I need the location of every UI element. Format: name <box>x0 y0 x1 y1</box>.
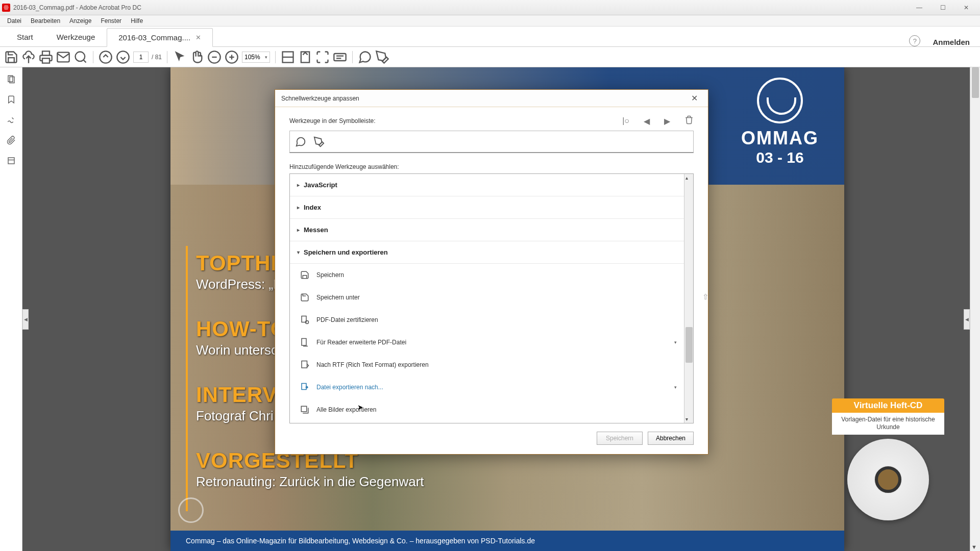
help-icon[interactable]: ? <box>909 35 920 46</box>
dialog-close-icon[interactable]: ✕ <box>687 91 702 105</box>
svg-rect-23 <box>302 339 306 346</box>
selection-tool-icon[interactable] <box>173 50 187 64</box>
thumbnails-icon[interactable] <box>7 74 16 84</box>
item-datei-exportieren-nach[interactable]: Datei exportieren nach... ▾ <box>290 376 684 398</box>
scroll-up-icon[interactable]: ▴ <box>685 175 688 181</box>
delete-icon[interactable] <box>684 115 694 127</box>
menu-anzeige[interactable]: Anzeige <box>65 16 95 26</box>
menu-datei[interactable]: Datei <box>3 16 26 26</box>
insert-separator-icon[interactable]: |○ <box>622 116 629 126</box>
cd-disc-icon <box>847 439 929 520</box>
page-up-icon[interactable] <box>99 50 113 64</box>
cd-subtitle: Vorlagen-Datei für eine historische Urku… <box>832 413 944 435</box>
page-number-input[interactable] <box>133 52 149 63</box>
move-left-icon[interactable]: ◀ <box>644 116 650 126</box>
left-nav-rail <box>0 67 22 551</box>
maximize-button[interactable]: ☐ <box>931 0 954 15</box>
item-alle-bilder-exportieren[interactable]: Alle Bilder exportieren <box>290 398 684 421</box>
search-icon[interactable] <box>74 50 88 64</box>
save-icon[interactable] <box>4 50 18 64</box>
export-file-icon <box>300 383 309 392</box>
scroll-thumb[interactable] <box>972 67 979 98</box>
item-pdf-zertifizieren[interactable]: PDF-Datei zertifizieren <box>290 309 684 331</box>
menu-bearbeiten[interactable]: Bearbeiten <box>27 16 64 26</box>
tab-werkzeuge[interactable]: Werkzeuge <box>45 28 107 46</box>
category-speichern-exportieren[interactable]: ▾Speichern und exportieren <box>290 241 684 264</box>
certify-icon <box>300 315 309 324</box>
zoom-out-icon[interactable] <box>207 50 222 64</box>
minimize-button[interactable]: — <box>908 0 931 15</box>
logo-subtitle: 03 - 16 <box>741 149 819 166</box>
mail-icon[interactable] <box>56 50 70 64</box>
current-tools-strip[interactable] <box>289 131 694 153</box>
read-mode-icon[interactable] <box>333 50 347 64</box>
menu-fenster[interactable]: Fenster <box>96 16 126 26</box>
save-button[interactable]: Speichern <box>597 432 643 445</box>
comment-tool-icon[interactable] <box>295 136 306 147</box>
scroll-thumb[interactable] <box>685 327 693 363</box>
item-reader-erweitert[interactable]: Für Reader erweiterte PDF-Datei ▾ <box>290 331 684 354</box>
close-window-button[interactable]: ✕ <box>954 0 978 15</box>
move-right-icon[interactable]: ▶ <box>664 116 670 126</box>
item-speichern[interactable]: Speichern <box>290 264 684 286</box>
svg-point-2 <box>76 52 85 61</box>
submenu-arrow-icon: ▾ <box>674 340 677 345</box>
item-rtf-export[interactable]: Nach RTF (Rich Text Format) exportieren <box>290 354 684 376</box>
vertical-scrollbar[interactable]: ▲ ▼ <box>970 67 980 551</box>
comment-icon[interactable] <box>358 50 372 64</box>
page-down-icon[interactable] <box>116 50 130 64</box>
expand-right-icon[interactable]: ◀ <box>964 309 970 330</box>
zoom-select[interactable]: 105% <box>242 52 270 63</box>
svg-line-3 <box>83 60 86 62</box>
hand-tool-icon[interactable] <box>190 50 204 64</box>
page-total-label: / 81 <box>152 54 162 61</box>
scroll-down-icon[interactable]: ▼ <box>971 544 977 550</box>
rtf-export-icon <box>300 360 309 369</box>
toolbar-tools-label: Werkzeuge in der Symbolleiste: <box>289 117 376 124</box>
highlight-icon[interactable] <box>375 50 389 64</box>
print-icon[interactable] <box>39 50 53 64</box>
svg-point-5 <box>117 51 129 63</box>
collapse-left-icon[interactable]: ◀ <box>22 309 29 330</box>
main-toolbar: / 81 105% <box>0 47 980 67</box>
svg-rect-14 <box>334 54 346 61</box>
watermark-icon <box>176 495 206 525</box>
scroll-down-icon[interactable]: ▾ <box>685 416 688 422</box>
window-title: 2016-03_Commag.pdf - Adobe Acrobat Pro D… <box>13 4 908 11</box>
save-as-icon <box>300 293 309 302</box>
signin-link[interactable]: Anmelden <box>927 38 975 46</box>
fit-width-icon[interactable] <box>281 50 295 64</box>
layers-icon[interactable] <box>7 156 16 165</box>
cd-title: Virtuelle Heft-CD <box>832 398 944 413</box>
save-icon <box>300 270 309 280</box>
add-to-toolbar-icon[interactable]: ⇧ <box>702 292 715 305</box>
tab-document[interactable]: 2016-03_Commag.... ✕ <box>107 28 213 47</box>
signatures-icon[interactable] <box>7 115 16 124</box>
tab-start[interactable]: Start <box>5 28 45 46</box>
cloud-icon[interactable] <box>21 50 36 64</box>
attachments-icon[interactable] <box>7 136 16 145</box>
zoom-in-icon[interactable] <box>225 50 239 64</box>
section-sub: Retronauting: Zurück in die Gegenwart <box>196 474 424 490</box>
tab-close-icon[interactable]: ✕ <box>195 34 201 41</box>
list-scrollbar[interactable]: ▴ ▾ <box>684 174 693 423</box>
cancel-button[interactable]: Abbrechen <box>648 432 694 445</box>
app-icon <box>2 4 10 12</box>
category-javascript[interactable]: ▸JavaScript <box>290 174 684 196</box>
menu-hilfe[interactable]: Hilfe <box>127 16 147 26</box>
category-messen[interactable]: ▸Messen <box>290 219 684 241</box>
fullscreen-icon[interactable] <box>315 50 330 64</box>
svg-rect-24 <box>302 361 307 368</box>
tab-bar: Start Werkzeuge 2016-03_Commag.... ✕ ? A… <box>0 27 980 47</box>
svg-rect-13 <box>301 52 309 62</box>
highlight-tool-icon[interactable] <box>313 136 325 147</box>
submenu-arrow-icon: ▾ <box>674 385 677 390</box>
item-speichern-unter[interactable]: Speichern unter <box>290 286 684 309</box>
export-images-icon <box>300 405 309 414</box>
category-index[interactable]: ▸Index <box>290 196 684 219</box>
fit-page-icon[interactable] <box>298 50 312 64</box>
bookmarks-icon[interactable] <box>7 95 16 104</box>
accent-bar <box>186 246 188 511</box>
customize-tools-dialog: Schnellwerkzeuge anpassen ✕ Werkzeuge in… <box>275 89 708 455</box>
svg-rect-0 <box>42 58 50 63</box>
